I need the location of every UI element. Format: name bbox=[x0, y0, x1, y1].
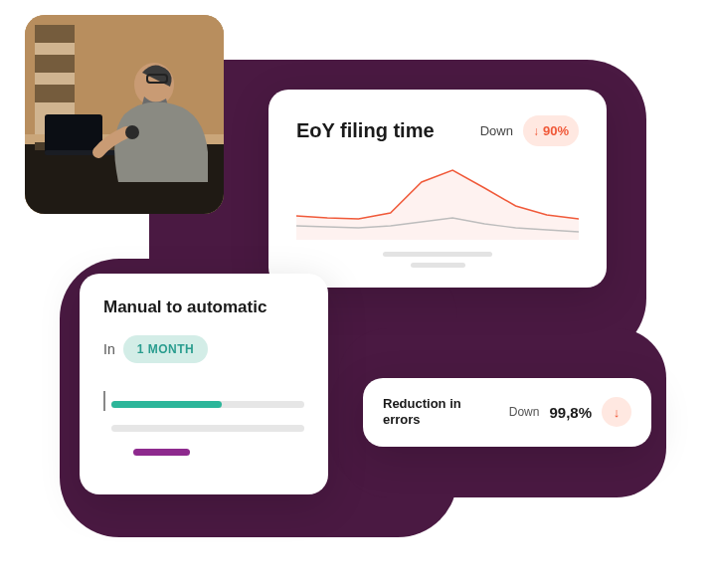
arrow-down-icon: ↓ bbox=[614, 405, 621, 420]
gantt-row bbox=[103, 445, 304, 459]
manual-gantt-chart bbox=[103, 397, 304, 459]
eoy-line-chart bbox=[296, 160, 579, 240]
svg-rect-4 bbox=[35, 55, 75, 73]
reduction-direction-label: Down bbox=[509, 405, 540, 419]
eoy-stat: Down ↓ 90% bbox=[480, 115, 579, 146]
gantt-bar-teal bbox=[111, 401, 222, 408]
manual-title: Manual to automatic bbox=[103, 297, 304, 317]
manual-subline: In 1 MONTH bbox=[103, 335, 304, 363]
svg-rect-3 bbox=[35, 25, 75, 43]
svg-rect-5 bbox=[35, 85, 75, 102]
hero-photo bbox=[25, 15, 224, 214]
reduction-stat: Down 99,8% ↓ bbox=[509, 397, 631, 427]
gantt-row bbox=[103, 397, 304, 411]
eoy-percent-badge: ↓ 90% bbox=[523, 115, 579, 146]
reduction-title: Reduction in errors bbox=[383, 396, 482, 429]
gantt-track bbox=[111, 425, 304, 432]
eoy-title: EoY filing time bbox=[296, 119, 435, 142]
reduction-percent-value: 99,8% bbox=[549, 404, 592, 421]
legend-placeholder bbox=[383, 252, 492, 257]
card-reduction-in-errors: Reduction in errors Down 99,8% ↓ bbox=[363, 378, 651, 447]
manual-in-label: In bbox=[103, 341, 115, 357]
card-manual-to-automatic: Manual to automatic In 1 MONTH bbox=[80, 274, 328, 494]
person-at-laptop-icon bbox=[25, 15, 224, 214]
gantt-bar-purple bbox=[133, 449, 190, 456]
gantt-axis-tick bbox=[103, 391, 105, 411]
eoy-direction-label: Down bbox=[480, 123, 513, 138]
gantt-row bbox=[103, 421, 304, 435]
eoy-header: EoY filing time Down ↓ 90% bbox=[296, 115, 579, 146]
legend-placeholder bbox=[411, 263, 465, 268]
card-eoy-filing-time: EoY filing time Down ↓ 90% bbox=[268, 90, 607, 288]
arrow-down-icon: ↓ bbox=[533, 125, 539, 137]
reduction-arrow-badge: ↓ bbox=[602, 397, 631, 427]
svg-point-12 bbox=[125, 125, 139, 139]
duration-pill: 1 MONTH bbox=[123, 335, 209, 363]
eoy-percent-value: 90% bbox=[543, 123, 569, 138]
eoy-legend bbox=[296, 252, 579, 268]
svg-rect-8 bbox=[45, 114, 102, 152]
